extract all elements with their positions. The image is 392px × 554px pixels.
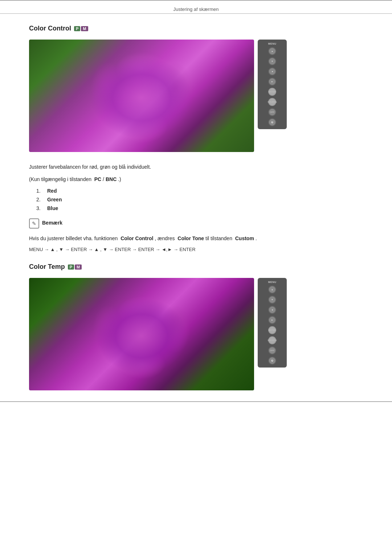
color-temp-badges: P M [68, 264, 82, 270]
monitor-btn-source[interactable]: SOURCE [268, 98, 276, 106]
badge-p: P [74, 26, 80, 31]
list-text-green: Green [47, 197, 62, 202]
list-num-1: 1. [36, 188, 44, 194]
monitor-menu-label-2: MENU [268, 281, 277, 283]
color-control-description: Justerer farvebalancen for rød, grøn og … [29, 163, 363, 171]
right-arrow-icon-2: ► [271, 319, 273, 321]
monitor-btn-up[interactable]: ▲ [268, 47, 276, 55]
source-label: SOURCE [268, 101, 277, 103]
left-arrow-icon-2: ◄ [271, 309, 273, 311]
monitor-btn-source-2[interactable]: SOURCE [268, 336, 276, 344]
monitor-menu-label: MENU [268, 42, 277, 45]
monitor-btn-right-2[interactable]: ► [268, 316, 276, 324]
enter-label-2: ENTER [269, 329, 276, 331]
list-text-blue: Blue [47, 205, 58, 211]
note-icon: ✎ [29, 218, 39, 229]
up-arrow-icon-2: ▲ [271, 288, 273, 291]
monitor-btn-off[interactable]: OFF [268, 108, 276, 116]
content-area: Color Control P M MENU ▲ ▼ ◄ ► [0, 25, 392, 390]
menu-path-1: MENU → ▲ , ▼ → ENTER → ▲ , ▼ → ENTER → E… [29, 247, 363, 252]
pc-label: PC [94, 176, 101, 182]
monitor-panel-2: MENU ▲ ▼ ◄ ► ENTER [258, 278, 287, 368]
monitor-btn-off-2[interactable]: OFF [268, 346, 276, 354]
color-control-availability: (Kun tilgængelig i tilstanden PC / BNC .… [29, 175, 363, 183]
list-text-red: Red [47, 188, 57, 194]
monitor-btn-left[interactable]: ◄ [268, 67, 276, 75]
source-label-2: SOURCE [268, 339, 277, 341]
monitor-btn-right[interactable]: ► [268, 78, 276, 86]
color-control-badges: P M [74, 26, 88, 31]
monitor-btn-power[interactable]: ⏻ [268, 118, 276, 126]
page-header: Justering af skærmen [0, 3, 392, 13]
color-control-ref: Color Control [121, 235, 153, 241]
note-content: Hvis du justerer billedet vha. funktione… [29, 234, 363, 242]
color-temp-section: Color Temp P M MENU ▲ ▼ ◄ [29, 263, 363, 390]
off-label: OFF [270, 111, 274, 113]
color-control-heading: Color Control P M [29, 25, 363, 32]
list-item-green: 2. Green [36, 197, 363, 202]
monitor-btn-left-2[interactable]: ◄ [268, 306, 276, 314]
left-arrow-icon: ◄ [271, 70, 273, 73]
off-label-2: OFF [270, 349, 274, 352]
up-arrow-icon: ▲ [271, 50, 273, 52]
list-num-3: 3. [36, 205, 44, 211]
enter-label: ENTER [269, 91, 276, 93]
color-control-title: Color Control [29, 25, 71, 32]
custom-ref: Custom [235, 235, 254, 241]
badge-m-2: M [75, 264, 82, 270]
header-line [0, 13, 392, 14]
monitor-btn-up-2[interactable]: ▲ [268, 286, 276, 294]
color-control-flower-image [29, 40, 254, 152]
color-tone-ref: Color Tone [177, 235, 204, 241]
note-label: Bemærk [42, 218, 62, 226]
list-item-blue: 3. Blue [36, 205, 363, 211]
power-icon: ⏻ [271, 121, 273, 123]
bottom-border [0, 401, 392, 402]
list-item-red: 1. Red [36, 188, 363, 194]
color-temp-flower-image [29, 278, 254, 390]
monitor-btn-enter[interactable]: ENTER [268, 88, 276, 96]
monitor-panel-1: MENU ▲ ▼ ◄ ► ENTER SOURCE [258, 40, 287, 129]
badge-m: M [81, 26, 88, 31]
down-arrow-icon-2: ▼ [271, 299, 273, 301]
color-temp-title: Color Temp [29, 263, 65, 271]
monitor-btn-down-2[interactable]: ▼ [268, 296, 276, 304]
badge-p-2: P [68, 264, 74, 270]
down-arrow-icon: ▼ [271, 60, 273, 62]
color-temp-heading: Color Temp P M [29, 263, 363, 271]
list-num-2: 2. [36, 197, 44, 202]
color-control-image-area: MENU ▲ ▼ ◄ ► ENTER SOURCE [29, 40, 363, 152]
header-title: Justering af skærmen [173, 7, 219, 12]
monitor-btn-down[interactable]: ▼ [268, 57, 276, 65]
power-icon-2: ⏻ [271, 360, 273, 362]
color-temp-image-area: MENU ▲ ▼ ◄ ► ENTER [29, 278, 363, 390]
note-box: ✎ Bemærk [29, 217, 363, 230]
monitor-btn-power-2[interactable]: ⏻ [268, 357, 276, 365]
monitor-btn-enter-2[interactable]: ENTER [268, 326, 276, 334]
right-arrow-icon: ► [271, 81, 273, 83]
bnc-label: BNC [106, 176, 117, 182]
top-border [0, 0, 392, 1]
page: Justering af skærmen Color Control P M M… [0, 0, 392, 554]
